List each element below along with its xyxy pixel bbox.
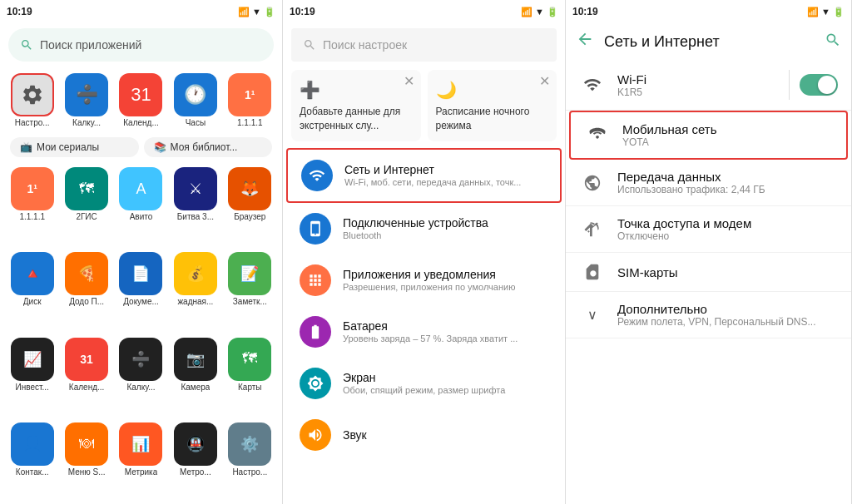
panel-network: 10:19 📶 ▼ 🔋 Сеть и Интернет Wi-Fi K1R5	[566, 0, 852, 504]
status-time-3: 10:19	[572, 6, 598, 17]
hotspot-icon	[579, 220, 606, 239]
app-kamera[interactable]: 📷 Камера	[170, 334, 220, 416]
network-item-data[interactable]: Передача данных Использовано трафика: 2,…	[566, 160, 851, 206]
app-menus[interactable]: 🍽 Меню S...	[61, 419, 111, 501]
app-label-kamera: Камера	[181, 383, 210, 392]
app-label-kalendar: Календ...	[123, 118, 158, 127]
display-sub: Обои, спящий режим, размер шрифта	[343, 385, 548, 395]
app-label-kalend2: Календ...	[69, 383, 104, 392]
my-serials-btn[interactable]: 📺 Мои сериалы	[10, 137, 139, 157]
app-1111[interactable]: 1¹ 1.1.1.1	[225, 70, 275, 131]
app-label-karty: Карты	[238, 383, 262, 392]
internet-title: Сеть и Интернет	[344, 163, 547, 176]
app-kalku2[interactable]: ➗ Калку...	[116, 334, 166, 416]
network-item-hotspot[interactable]: Точка доступа и модем Отключено	[566, 206, 851, 253]
app-icon-metrika: 📊	[119, 422, 162, 466]
hotspot-sub: Отключено	[617, 230, 838, 242]
apps-sub: Разрешения, приложения по умолчанию	[343, 282, 548, 292]
app-nastro2[interactable]: ⚙️ Настро...	[225, 419, 275, 501]
close-suggestion-1[interactable]: ✕	[404, 75, 414, 88]
sim-icon-3: 📶	[807, 7, 819, 17]
quick-row: 📺 Мои сериалы 📚 Моя библиот...	[0, 134, 282, 161]
wifi-text: Wi-Fi K1R5	[617, 72, 777, 98]
app-kalkulator[interactable]: ➗ Калку...	[61, 70, 111, 131]
settings-item-internet[interactable]: Сеть и Интернет Wi-Fi, моб. сети, переда…	[286, 148, 562, 203]
battery-icon-2: 🔋	[547, 7, 558, 17]
app-2gis[interactable]: 🗺 2ГИС	[61, 164, 111, 245]
app-label-kalkulator: Калку...	[72, 118, 101, 127]
app-invest[interactable]: 📈 Инвест...	[7, 334, 57, 416]
top-apps-grid: Настро... ➗ Калку... 31 Календ... 🕐 Часы	[0, 67, 282, 134]
my-library-btn[interactable]: 📚 Моя библиот...	[144, 137, 273, 157]
app-metrika[interactable]: 📊 Метрика	[116, 419, 166, 501]
app-icon-bitva: ⚔	[174, 167, 217, 210]
app-icon-1111b: 1¹	[11, 167, 54, 210]
app-icon-2gis: 🗺	[65, 167, 108, 210]
network-item-wifi[interactable]: Wi-Fi K1R5	[566, 60, 851, 111]
app-chasy[interactable]: 🕐 Часы	[170, 70, 220, 131]
app-nastroyki[interactable]: Настро...	[7, 70, 57, 131]
app-dokument[interactable]: 📄 Докуме...	[116, 249, 166, 330]
mobile-sub: YOTA	[622, 136, 833, 148]
app-label-metro: Метро...	[180, 467, 211, 477]
wifi-toggle[interactable]	[800, 74, 838, 96]
wifi-toggle-area	[789, 70, 838, 100]
app-icon-dokument: 📄	[119, 252, 162, 295]
app-kontak[interactable]: 👤 Контак...	[7, 419, 57, 501]
sound-icon	[300, 419, 331, 451]
app-icon-kamera: 📷	[174, 338, 217, 381]
sim-title: SIM-карты	[617, 265, 838, 279]
app-label-nastro2: Настро...	[232, 467, 267, 477]
app-icon-kalend2: 31	[65, 338, 108, 381]
nochnoy-icon: 🌙	[436, 78, 549, 101]
hotspot-title: Точка доступа и модем	[617, 216, 838, 230]
app-metro[interactable]: 🚇 Метро...	[170, 419, 220, 501]
network-list: Wi-Fi K1R5 Мобильная сеть YOTA	[566, 60, 851, 504]
settings-item-display[interactable]: Экран Обои, спящий режим, размер шрифта	[286, 358, 562, 409]
panel-app-drawer: 10:19 📶 ▼ 🔋 Поиск приложений Настро... ➗…	[0, 0, 283, 504]
apps-main-grid: 1¹ 1.1.1.1 🗺 2ГИС A Авито ⚔ Битва 3... 🦊…	[0, 161, 282, 504]
app-label-bitva: Битва 3...	[177, 212, 214, 221]
apps-search-bar[interactable]: Поиск приложений	[8, 28, 274, 62]
app-bitva[interactable]: ⚔ Битва 3...	[170, 164, 220, 245]
app-zametki[interactable]: 📝 Заметк...	[225, 249, 275, 330]
apps-search-placeholder: Поиск приложений	[40, 38, 141, 52]
wifi-icon-3: ▼	[821, 7, 830, 17]
app-brauzer[interactable]: 🦊 Браузер	[225, 164, 275, 245]
suggestion-nochnoy[interactable]: ✕ 🌙 Расписание ночного режима	[428, 70, 557, 141]
network-item-additional[interactable]: ∨ Дополнительно Режим полета, VPN, Персо…	[566, 292, 851, 338]
app-label-zametki: Заметк...	[233, 297, 267, 306]
close-suggestion-2[interactable]: ✕	[539, 75, 550, 88]
app-dodo[interactable]: 🍕 Додо П...	[61, 249, 111, 330]
settings-item-devices[interactable]: Подключенные устройства Bluetooth	[286, 203, 562, 254]
suggestion-ekstrennye[interactable]: ✕ ➕ Добавьте данные для экстренных слу..…	[291, 70, 421, 141]
battery-text: Батарея Уровень заряда – 57 %. Заряда хв…	[343, 319, 548, 343]
search-icon	[20, 38, 33, 52]
app-jad[interactable]: 💰 жадная...	[170, 249, 220, 330]
app-kalend2[interactable]: 31 Календ...	[61, 334, 111, 416]
network-item-sim[interactable]: SIM-карты	[566, 253, 851, 292]
devices-sub: Bluetooth	[343, 230, 548, 240]
mobile-text: Мобильная сеть YOTA	[622, 122, 833, 148]
internet-sub: Wi-Fi, моб. сети, передача данных, точк.…	[344, 177, 547, 187]
data-sub: Использовано трафика: 2,44 ГБ	[617, 184, 838, 195]
network-title: Сеть и Интернет	[604, 33, 815, 51]
network-search-button[interactable]	[825, 32, 841, 52]
display-title: Экран	[343, 371, 548, 384]
settings-item-battery[interactable]: Батарея Уровень заряда – 57 %. Заряда хв…	[286, 306, 562, 358]
back-button[interactable]	[576, 30, 594, 53]
settings-search-bar[interactable]: Поиск настроек	[291, 28, 557, 62]
app-disk[interactable]: 🔺 Диск	[7, 249, 57, 330]
app-kalendar[interactable]: 31 Календ...	[116, 70, 166, 131]
network-item-mobile[interactable]: Мобильная сеть YOTA	[569, 111, 848, 160]
app-avito[interactable]: A Авито	[116, 164, 166, 245]
app-1111b[interactable]: 1¹ 1.1.1.1	[7, 164, 57, 245]
wifi-icon-1: ▼	[252, 7, 261, 17]
mobile-title: Мобильная сеть	[622, 122, 833, 136]
settings-item-sound[interactable]: Звук	[286, 409, 562, 461]
app-karty[interactable]: 🗺 Карты	[225, 334, 275, 416]
app-label-metrika: Метрика	[125, 467, 158, 477]
ekstrennye-icon: ➕	[300, 78, 413, 101]
suggestion-cards: ✕ ➕ Добавьте данные для экстренных слу..…	[283, 67, 565, 148]
settings-item-apps[interactable]: Приложения и уведомления Разрешения, при…	[286, 254, 562, 306]
